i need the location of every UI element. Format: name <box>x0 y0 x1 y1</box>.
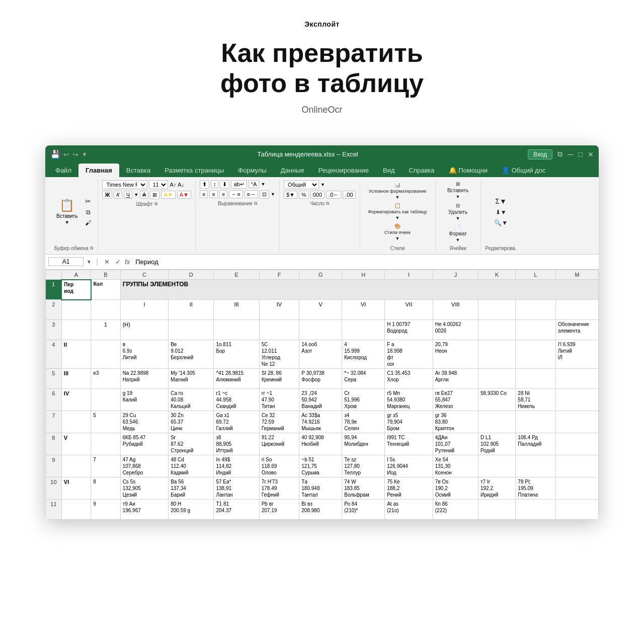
row-header-10[interactable]: 10 <box>46 477 62 500</box>
cell-a7[interactable] <box>61 411 91 433</box>
save-icon[interactable]: 💾 <box>50 149 60 159</box>
cell-h3[interactable] <box>342 320 385 340</box>
cell-a5[interactable]: III <box>61 369 91 389</box>
number-format-dropdown[interactable]: ▼ <box>320 182 325 187</box>
tab-page-layout[interactable]: Разметка страницы <box>157 164 231 177</box>
increase-indent-button[interactable]: ≡→ <box>245 190 258 198</box>
cell-h2[interactable]: VI <box>342 300 385 320</box>
cell-l4[interactable] <box>516 340 556 369</box>
cell-f6[interactable]: гг ~147.90Титан <box>259 389 299 411</box>
cell-b4[interactable] <box>91 340 120 369</box>
cell-b7[interactable]: 5 <box>91 411 120 433</box>
cell-g10[interactable]: Тa180.948Тантал <box>299 477 342 500</box>
cell-styles-dropdown[interactable]: ▼ <box>395 236 400 241</box>
row-header-3[interactable]: 3 <box>46 320 62 340</box>
cell-c7[interactable]: 29 Сu63.546Медь <box>120 411 169 433</box>
col-header-c[interactable]: C <box>120 270 169 280</box>
fill-color-button[interactable]: А▼ <box>161 191 175 199</box>
cell-a4[interactable]: II <box>61 340 91 369</box>
col-header-e[interactable]: E <box>214 270 259 280</box>
cell-k2[interactable] <box>478 300 516 320</box>
cell-k8[interactable]: D L1102.905Родий <box>478 433 516 455</box>
cell-f5[interactable]: SI 28. 86Кремний <box>259 369 299 389</box>
cell-b11[interactable]: 9 <box>91 500 120 520</box>
font-expand-icon[interactable]: ⧉ <box>154 201 157 207</box>
cell-f10[interactable]: 7г H'73178.49Гефний <box>259 477 299 500</box>
cell-i7[interactable]: gr з579,904Бром <box>385 411 433 433</box>
cell-m8[interactable] <box>555 433 598 455</box>
font-name-select[interactable]: Times New Ri <box>102 180 147 189</box>
cell-c8[interactable]: 6КБ 85.47Рубидий <box>120 433 169 455</box>
cell-e11[interactable]: Т1 81204.37 <box>214 500 259 520</box>
cell-a1[interactable]: Период <box>61 280 91 300</box>
align-bottom-button[interactable]: ⬇ <box>220 180 229 189</box>
col-header-a[interactable]: A <box>61 270 91 280</box>
italic-button[interactable]: К <box>114 191 122 199</box>
cell-b1[interactable]: Кол <box>91 280 120 300</box>
cell-b2[interactable] <box>91 300 120 320</box>
cell-j2[interactable]: VIII <box>433 300 478 320</box>
wrap-text-button[interactable]: ab↵ <box>231 180 247 189</box>
signin-button[interactable]: Вход <box>528 149 552 159</box>
cond-format-dropdown[interactable]: ▼ <box>395 195 400 200</box>
cell-d11[interactable]: 80 H200.59 g <box>169 500 214 520</box>
cell-j9[interactable]: Хе 54131,30Ксенон <box>433 455 478 477</box>
cell-d10[interactable]: Вa 56137,34Барий <box>169 477 214 500</box>
cell-j6[interactable]: гв Ее2755,847Железо <box>433 389 478 411</box>
number-expand-icon[interactable]: ⧉ <box>326 201 329 206</box>
align-expand-icon[interactable]: ⧉ <box>254 201 257 206</box>
cell-e6[interactable]: г1 ~с44.958Скандий <box>214 389 259 411</box>
cell-g7[interactable]: Ac 33$а74.9216Мышьяк <box>299 411 342 433</box>
cell-d9[interactable]: 48 Cd112.40Кадмий <box>169 455 214 477</box>
align-top-button[interactable]: ⬆ <box>200 180 209 189</box>
cell-g5[interactable]: Р 30,9738Фосфор <box>299 369 342 389</box>
cell-b6[interactable] <box>91 389 120 411</box>
cell-i8[interactable]: I991 TCТехнеций <box>385 433 433 455</box>
col-header-g[interactable]: G <box>299 270 342 280</box>
percent-button[interactable]: % <box>299 191 309 199</box>
confirm-formula-icon[interactable]: ✓ <box>114 258 122 266</box>
formula-input[interactable] <box>133 258 596 266</box>
align-right-button[interactable]: ≡ <box>219 190 227 198</box>
cell-m10[interactable] <box>555 477 598 500</box>
delete-dropdown[interactable]: ▼ <box>456 216 460 221</box>
cell-d8[interactable]: Sr87.62Стронций <box>169 433 214 455</box>
cell-c6[interactable]: g 19Калий <box>120 389 169 411</box>
text-dir-dropdown[interactable]: ▼ <box>261 182 265 187</box>
cell-m6[interactable] <box>555 389 598 411</box>
cell-e10[interactable]: 57 Еа*138,91Лантан <box>214 477 259 500</box>
cell-c5[interactable]: Nа 22.9898Натрий <box>120 369 169 389</box>
conditional-format-button[interactable]: 📊 Условное форматирование ▼ <box>366 181 430 201</box>
customize-icon[interactable]: ▼ <box>82 151 88 158</box>
cell-e2[interactable]: III <box>214 300 259 320</box>
font-size-select[interactable]: 11,5 <box>149 180 168 189</box>
col-header-i[interactable]: I <box>385 270 433 280</box>
cell-a6[interactable]: IV <box>61 389 91 411</box>
tab-help[interactable]: Справка <box>402 164 442 177</box>
underline-dropdown[interactable]: ▼ <box>134 192 138 197</box>
close-icon[interactable]: ✕ <box>588 150 594 158</box>
col-header-f[interactable]: F <box>259 270 299 280</box>
row-header-11[interactable]: 11 <box>46 500 62 520</box>
tab-file[interactable]: Файл <box>48 164 78 177</box>
cell-i4[interactable]: F а18.998фтoor <box>385 340 433 369</box>
cell-k3[interactable] <box>478 320 516 340</box>
cell-ref-dropdown[interactable]: ▼ <box>87 259 92 265</box>
paste-dropdown-icon[interactable]: ▼ <box>65 220 69 225</box>
cell-b10[interactable]: 8 <box>91 477 120 500</box>
cell-f7[interactable]: Се 3272.59Германий <box>259 411 299 433</box>
sum-button[interactable]: Σ▼ <box>492 196 510 206</box>
col-header-h[interactable]: H <box>342 270 385 280</box>
cell-h11[interactable]: Ро 84(210)* <box>342 500 385 520</box>
cell-i10[interactable]: 75 Кe188,2Рений <box>385 477 433 500</box>
cell-f9[interactable]: ri Sо118.69Олово <box>259 455 299 477</box>
cell-d6[interactable]: Са го40.08Кальций <box>169 389 214 411</box>
insert-dropdown[interactable]: ▼ <box>456 194 460 199</box>
number-format-select[interactable]: Общий <box>284 180 319 189</box>
cell-a10[interactable]: VI <box>61 477 91 500</box>
cell-styles-button[interactable]: 🎨 Стили ячеек ▼ <box>366 222 430 242</box>
cell-reference-input[interactable] <box>48 257 84 266</box>
cell-h6[interactable]: Cr51.996Хром <box>342 389 385 411</box>
cell-e5[interactable]: ^41 28.9815Алюминий <box>214 369 259 389</box>
cell-c2[interactable]: I <box>120 300 169 320</box>
